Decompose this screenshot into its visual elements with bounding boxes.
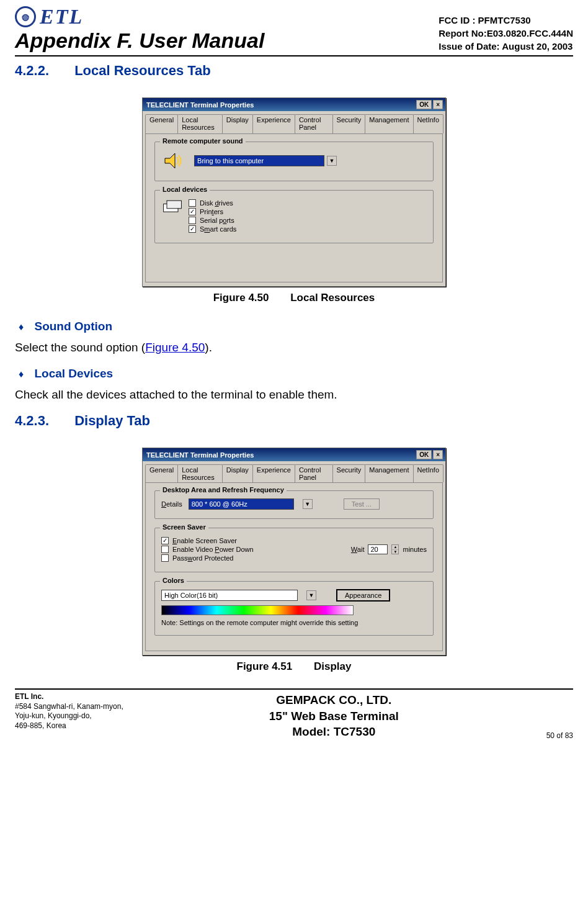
tab-control-panel[interactable]: Control Panel [295,114,333,133]
color-spectrum-icon [161,605,354,615]
tab-display[interactable]: Display [222,114,253,133]
bullet-title: Sound Option [34,320,112,333]
page-footer: ETL Inc. #584 Sangwhal-ri, Kanam-myon, Y… [15,688,573,740]
footer-left: ETL Inc. #584 Sangwhal-ri, Kanam-myon, Y… [15,692,214,731]
chk-disk-drives[interactable]: Disk drives [189,199,427,207]
ok-button[interactable]: OK [416,450,432,459]
footer-c2: 15" Web Base Terminal [214,708,453,724]
report-no: Report No:E03.0820.FCC.444N [439,27,573,40]
group-local-devices: Local devices Disk drives ✓ Printers [154,190,434,243]
wait-input[interactable]: 20 [368,544,388,554]
checkbox-icon: ✓ [189,225,196,233]
wait-unit: minutes [403,546,427,553]
chk-label: Enable Screen Saver [172,537,237,544]
page-header: ◍ ETL Appendix F. User Manual FCC ID : P… [15,5,573,56]
figure-caption: Figure 4.50 Local Resources [213,292,375,304]
checkbox-icon [189,217,196,224]
details-label: Details [161,500,182,508]
tab-management[interactable]: Management [365,464,413,482]
group-title-colors: Colors [160,577,187,584]
chk-smart-cards[interactable]: ✓ Smart cards [189,225,427,233]
close-icon[interactable]: × [433,100,443,109]
figure-4-50: TELECLIENT Terminal Properties OK × Gene… [15,97,573,304]
dialog-titlebar: TELECLIENT Terminal Properties OK × [143,98,445,111]
tab-netinfo[interactable]: NetInfo [413,114,443,133]
tab-security[interactable]: Security [332,114,366,133]
group-title-saver: Screen Saver [160,523,208,531]
fcc-id: FCC ID : PFMTC7530 [439,14,573,27]
footer-company: ETL Inc. [15,692,214,702]
chk-enable-ss[interactable]: ✓ Enable Screen Saver [161,537,351,544]
wait-spinner[interactable]: ▲▼ [391,544,399,554]
sound-option-text: Select the sound option (Figure 4.50). [15,341,573,354]
footer-c3: Model: TC7530 [214,724,453,740]
diamond-icon: ♦ [19,322,24,332]
chevron-up-icon: ▲ [392,545,398,550]
tab-experience[interactable]: Experience [252,114,295,133]
chevron-down-icon[interactable]: ▼ [303,499,313,509]
tab-row: General Local Resources Display Experien… [143,111,445,133]
dialog-titlebar: TELECLIENT Terminal Properties OK × [143,448,445,461]
figure-number: Figure 4.51 [237,660,293,672]
section-number: 4.2.3. [15,413,71,429]
logo-text: ETL [40,5,83,29]
tab-experience[interactable]: Experience [252,464,295,482]
footer-page: 50 of 83 [453,731,573,740]
ok-button[interactable]: OK [416,100,432,109]
tab-security[interactable]: Security [332,464,366,482]
chk-power-down[interactable]: Enable Video Power Down [161,546,351,553]
chk-serial-ports[interactable]: Serial ports [189,217,427,224]
chk-label: Password Protected [172,554,233,562]
tab-body: Remote computer sound Bring to this comp… [145,133,443,282]
checkbox-icon [189,199,196,207]
tab-body: Desktop Area and Refresh Frequency Detai… [145,482,443,651]
tab-local-resources[interactable]: Local Resources [177,464,223,482]
chevron-down-icon[interactable]: ▼ [327,156,337,166]
tab-general[interactable]: General [145,114,178,133]
close-icon[interactable]: × [433,450,443,459]
sound-combo[interactable]: Bring to this computer [194,155,324,166]
section-title: Display Tab [74,413,150,428]
terminal-properties-dialog-2: TELECLIENT Terminal Properties OK × Gene… [142,448,446,656]
tab-local-resources[interactable]: Local Resources [177,114,223,133]
chevron-down-icon[interactable]: ▼ [306,590,316,600]
tab-netinfo[interactable]: NetInfo [413,464,443,482]
test-button[interactable]: Test ... [344,498,380,510]
details-combo[interactable]: 800 * 600 @ 60Hz [189,498,294,510]
checkbox-icon [161,546,169,553]
terminal-properties-dialog-1: TELECLIENT Terminal Properties OK × Gene… [142,97,446,287]
figure-title: Display [314,660,351,672]
section-heading-display: 4.2.3. Display Tab [15,413,573,429]
sound-combo-value: Bring to this computer [197,157,264,165]
section-title: Local Resources Tab [74,63,211,78]
chk-label: Enable Video Power Down [172,546,254,553]
tab-display[interactable]: Display [222,464,253,482]
tab-control-panel[interactable]: Control Panel [295,464,333,482]
group-title-desktop: Desktop Area and Refresh Frequency [160,486,287,494]
footer-center: GEMPACK CO., LTD. 15" Web Base Terminal … [214,692,453,740]
chk-password[interactable]: Password Protected [161,554,351,562]
figure-title: Local Resources [290,292,375,304]
group-title-devices: Local devices [160,186,210,193]
checkbox-icon: ✓ [161,537,169,544]
tab-management[interactable]: Management [365,114,413,133]
figure-link-4-50[interactable]: Figure 4.50 [145,341,205,354]
appearance-button[interactable]: Appearance [336,589,390,602]
figure-4-51: TELECLIENT Terminal Properties OK × Gene… [15,448,573,673]
section-number: 4.2.2. [15,63,71,79]
tab-general[interactable]: General [145,464,178,482]
bullet-title: Local Devices [34,367,113,380]
group-title-sound: Remote computer sound [160,137,246,145]
colors-note: Note: Settings on the remote computer mi… [161,619,427,626]
local-devices-text: Check all the devices attached to the te… [15,388,573,402]
details-combo-value: 800 * 600 @ 60Hz [192,500,247,508]
bullet-sound-option: ♦ Sound Option [15,320,573,333]
footer-c1: GEMPACK CO., LTD. [214,692,453,708]
chk-label: Printers [200,208,223,215]
checkbox-icon [161,554,169,562]
chk-printers[interactable]: ✓ Printers [189,208,427,215]
issue-date: Issue of Date: August 20, 2003 [439,40,573,53]
chk-label: Smart cards [200,225,236,233]
header-right: FCC ID : PFMTC7530 Report No:E03.0820.FC… [439,14,573,53]
colors-combo[interactable]: High Color(16 bit) [161,590,298,601]
